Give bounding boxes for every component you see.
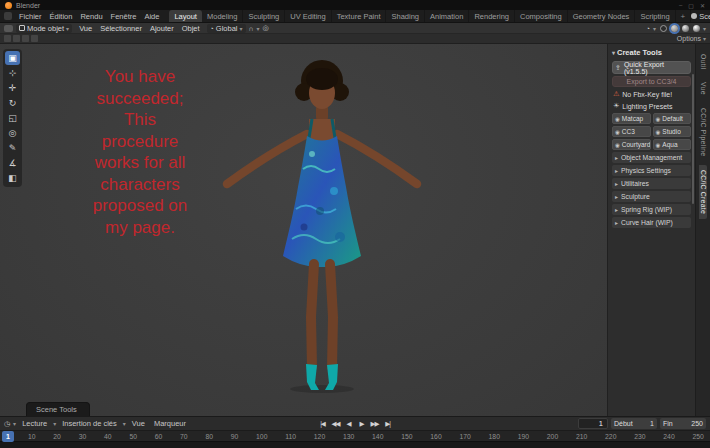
timeline-ruler[interactable]: 1020304050607080901001101201301401501601… (0, 430, 710, 441)
shading-rendered-icon[interactable] (693, 25, 700, 32)
minimize-icon[interactable]: – (679, 2, 682, 9)
overlays-dropdown-icon[interactable]: ▾ (653, 25, 656, 32)
chevron-right-icon: ▸ (615, 180, 618, 187)
snap-dropdown-icon[interactable]: ▾ (257, 25, 260, 32)
preset-button[interactable]: ◉ Studio (653, 126, 692, 137)
sidebar-tab-ccic-create[interactable]: CC/iC Create (699, 165, 708, 219)
tab-compositing[interactable]: Compositing (515, 10, 568, 22)
tab-modeling[interactable]: Modeling (202, 10, 243, 22)
shading-dropdown-icon[interactable]: ▾ (703, 25, 706, 32)
tab-texture-paint[interactable]: Texture Paint (332, 10, 387, 22)
cursor-tool[interactable]: ⊹ (5, 66, 20, 80)
tab-animation[interactable]: Animation (425, 10, 469, 22)
viewport-editor-icon[interactable] (4, 25, 13, 32)
panel-section-header[interactable]: ▸ Curve Hair (WIP) (612, 217, 691, 228)
panel-section-header[interactable]: ▸ Spring Rig (WIP) (612, 204, 691, 215)
maximize-icon[interactable]: ▢ (688, 2, 694, 9)
menubar-menu[interactable]: Fichier (15, 11, 46, 22)
collection-toggle-icon[interactable] (31, 35, 38, 42)
top-menubar: FichierÉditionRenduFenêtreAide Layout Mo… (0, 10, 710, 23)
menubar-menu[interactable]: Rendu (76, 11, 106, 22)
timeline-menu-marqueur[interactable]: Marqueur (151, 419, 189, 428)
viewport-menu[interactable]: Ajouter (146, 23, 178, 34)
move-tool[interactable]: ✛ (5, 81, 20, 95)
panel-section-header[interactable]: ▸ Sculpture (612, 191, 691, 202)
play-reverse-button[interactable]: ◀ (344, 418, 354, 429)
annotation-line: characters (72, 174, 208, 196)
sidebar-tab-outil[interactable]: Outil (699, 49, 708, 74)
jump-to-end-button[interactable]: ▶| (383, 418, 393, 429)
tab-rendering[interactable]: Rendering (469, 10, 515, 22)
tab-scripting[interactable]: Scripting (635, 10, 675, 22)
add-workspace-button[interactable]: + (676, 10, 692, 22)
viewport-menu[interactable]: Vue (75, 23, 96, 34)
scene-selector[interactable]: Scene ▾ (691, 10, 710, 22)
mode-dropdown[interactable]: Mode objet ▾ (16, 24, 72, 33)
transform-tool[interactable]: ◎ (5, 126, 20, 140)
tab-geometry-nodes[interactable]: Geometry Nodes (568, 10, 636, 22)
preset-button[interactable]: ◉ Default (653, 113, 692, 124)
menubar-menu[interactable]: Fenêtre (107, 11, 141, 22)
collection-toggle-icon[interactable] (13, 35, 20, 42)
playhead[interactable]: 1 (2, 431, 14, 442)
panel-scrollbar[interactable] (692, 74, 694, 204)
rotate-tool[interactable]: ↻ (5, 96, 20, 110)
quick-export-label: Quick Export (v1.5.5) (624, 61, 688, 75)
shading-material-icon[interactable] (682, 25, 689, 32)
overlays-icon[interactable]: ◔ (646, 25, 650, 32)
proportional-editing-icon[interactable]: ◎ (263, 24, 269, 32)
annotate-tool[interactable]: ✎ (5, 141, 20, 155)
ruler-number: 130 (343, 433, 354, 440)
select-box-tool[interactable]: ▣ (5, 51, 20, 65)
collection-toggle-icon[interactable] (4, 35, 11, 42)
panel-section-header[interactable]: ▸ Physics Settings (612, 165, 691, 176)
snap-magnet-icon[interactable]: ∩ (249, 25, 254, 32)
shading-solid-icon[interactable] (671, 25, 678, 32)
quick-export-button[interactable]: ⇪ Quick Export (v1.5.5) (612, 61, 691, 74)
preset-label: Studio (662, 128, 680, 135)
current-frame-field[interactable]: 1 (578, 418, 608, 429)
tab-sculpting[interactable]: Sculpting (243, 10, 285, 22)
timeline-editor-icon[interactable]: ◷ (4, 420, 10, 428)
start-frame-field[interactable]: Début 1 (611, 418, 657, 429)
collection-toggle-icon[interactable] (22, 35, 29, 42)
sidebar-tab-ccic-pipeline[interactable]: CC/iC Pipeline (699, 103, 708, 161)
menubar-menu[interactable]: Édition (46, 11, 77, 22)
timeline-menu-vue[interactable]: Vue (129, 419, 148, 428)
timeline-menu-keying[interactable]: Insertion de clés (59, 419, 120, 428)
jump-to-start-button[interactable]: |◀ (318, 418, 328, 429)
tab-uv-editing[interactable]: UV Editing (285, 10, 331, 22)
play-button[interactable]: ▶ (357, 418, 367, 429)
preset-button[interactable]: ◉ Aqua (653, 139, 692, 150)
shading-wireframe-icon[interactable] (660, 25, 667, 32)
blender-window: Blender – ▢ ✕ FichierÉditionRenduFenêtre… (0, 0, 710, 448)
add-cube-tool[interactable]: ◧ (5, 171, 20, 185)
scale-tool[interactable]: ◱ (5, 111, 20, 125)
close-icon[interactable]: ✕ (700, 2, 705, 9)
viewport-menu[interactable]: Objet (178, 23, 204, 34)
preset-button[interactable]: ◉ CC3 (612, 126, 651, 137)
sidebar-tab-vue[interactable]: Vue (699, 77, 708, 100)
export-cc34-button[interactable]: Export to CC3/4 (612, 76, 691, 87)
transform-orientation-dropdown[interactable]: ◔ Global ▾ (207, 24, 246, 33)
panel-header-create-tools[interactable]: ▾ Create Tools (612, 48, 691, 57)
preset-button[interactable]: ◉ Matcap (612, 113, 651, 124)
timeline-menu-lecture[interactable]: Lecture (19, 419, 50, 428)
menubar-menu[interactable]: Aide (140, 11, 163, 22)
preset-button[interactable]: ◉ Courtyard (612, 139, 651, 150)
editor-type-icon[interactable] (4, 12, 12, 20)
prev-keyframe-button[interactable]: ◀◀ (331, 418, 341, 429)
scene-tools-tab[interactable]: Scene Tools (26, 402, 90, 416)
panel-section-header[interactable]: ▸ Object Management (612, 152, 691, 163)
section-label: Sculpture (621, 193, 650, 200)
next-keyframe-button[interactable]: ▶▶ (370, 418, 380, 429)
measure-tool[interactable]: ∡ (5, 156, 20, 170)
panel-section-header[interactable]: ▸ Utilitaires (612, 178, 691, 189)
radio-icon: ◉ (656, 116, 661, 122)
end-frame-field[interactable]: Fin 250 (660, 418, 706, 429)
tab-layout[interactable]: Layout (169, 10, 202, 22)
tab-shading[interactable]: Shading (386, 10, 425, 22)
viewport-menu[interactable]: Sélectionner (96, 23, 146, 34)
options-dropdown[interactable]: Options ▾ (677, 35, 706, 42)
viewport-3d[interactable]: ▣ ⊹ ✛ ↻ ◱ ◎ ✎ ∡ ◧ (0, 44, 607, 416)
